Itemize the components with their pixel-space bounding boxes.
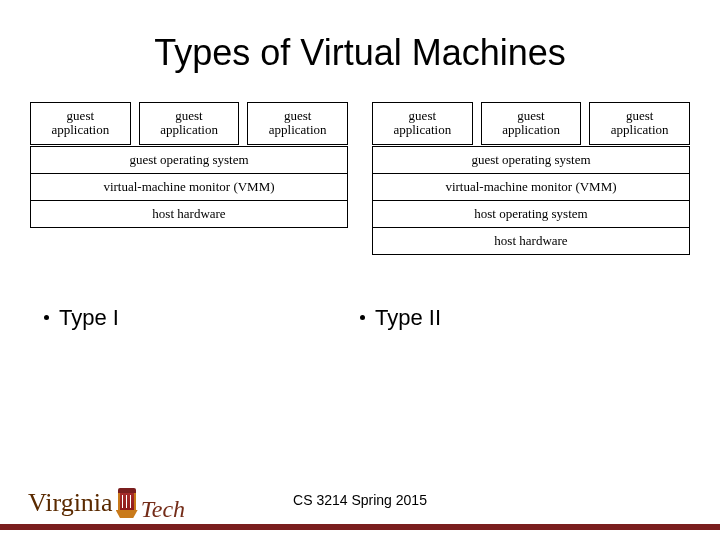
type1-diagram: guestapplication guestapplication guesta…	[30, 102, 348, 255]
type2-layer-host-hw: host hardware	[372, 227, 690, 255]
logo-virginia-text: Virginia	[28, 488, 113, 518]
label-type1: Type I	[44, 305, 360, 331]
type2-apps-row: guestapplication guestapplication guesta…	[372, 102, 690, 145]
type1-layer-host-hw: host hardware	[30, 200, 348, 228]
type1-app-box: guestapplication	[247, 102, 348, 145]
type2-layer-host-os: host operating system	[372, 200, 690, 228]
type1-layer-vmm: virtual-machine monitor (VMM)	[30, 173, 348, 201]
label-type2: Type II	[360, 305, 676, 331]
logo-shield-icon	[116, 488, 138, 518]
type2-diagram: guestapplication guestapplication guesta…	[372, 102, 690, 255]
label-type2-text: Type II	[375, 305, 441, 331]
type2-app-box: guestapplication	[481, 102, 582, 145]
type1-layer-guest-os: guest operating system	[30, 146, 348, 174]
logo-tech-text: Tech	[141, 496, 185, 523]
type2-app-box: guestapplication	[372, 102, 473, 145]
type2-layer-vmm: virtual-machine monitor (VMM)	[372, 173, 690, 201]
label-type1-text: Type I	[59, 305, 119, 331]
slide-title: Types of Virtual Machines	[0, 0, 720, 74]
bullet-icon	[44, 315, 49, 320]
type1-apps-row: guestapplication guestapplication guesta…	[30, 102, 348, 145]
type1-app-box: guestapplication	[30, 102, 131, 145]
diagrams-row: guestapplication guestapplication guesta…	[0, 74, 720, 255]
bullet-icon	[360, 315, 365, 320]
labels-row: Type I Type II	[0, 255, 720, 331]
type2-layer-guest-os: guest operating system	[372, 146, 690, 174]
type1-app-box: guestapplication	[139, 102, 240, 145]
accent-line	[0, 524, 720, 530]
vt-logo: Virginia Tech	[28, 488, 185, 518]
type2-app-box: guestapplication	[589, 102, 690, 145]
